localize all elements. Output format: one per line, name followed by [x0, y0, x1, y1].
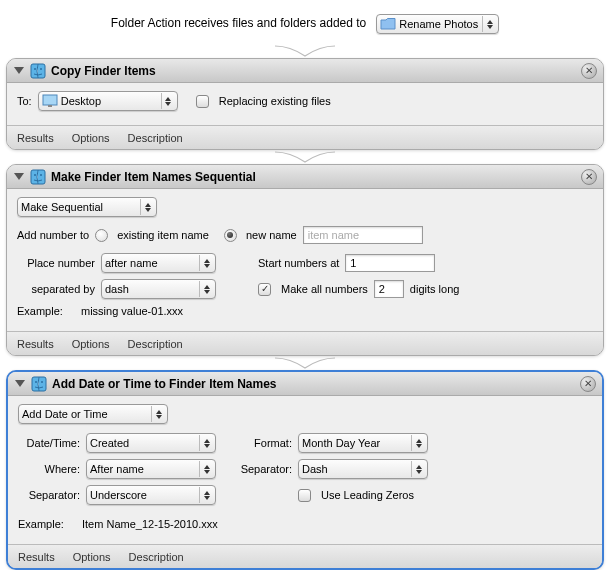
to-label: To:: [17, 95, 32, 107]
close-icon[interactable]: ✕: [581, 63, 597, 79]
make-all-post: digits long: [410, 283, 460, 295]
example-value: missing value-01.xxx: [81, 305, 183, 317]
folder-icon: [380, 17, 396, 31]
close-icon[interactable]: ✕: [581, 169, 597, 185]
where-popup[interactable]: After name: [86, 459, 216, 479]
disclosure-icon[interactable]: [13, 65, 25, 77]
action-title: Copy Finder Items: [51, 64, 576, 78]
desktop-icon: [42, 94, 58, 108]
digits-input[interactable]: [374, 280, 404, 298]
popup-arrows-icon: [199, 487, 213, 503]
popup-arrows-icon: [411, 435, 425, 451]
popup-arrows-icon: [411, 461, 425, 477]
replacing-label: Replacing existing files: [219, 95, 331, 107]
action-add-date-time: Add Date or Time to Finder Item Names ✕ …: [6, 370, 604, 570]
svg-rect-4: [48, 105, 52, 107]
start-numbers-input[interactable]: [345, 254, 435, 272]
format-label: Format:: [222, 437, 292, 449]
footer-options[interactable]: Options: [72, 338, 110, 350]
finder-icon: [30, 63, 46, 79]
popup-arrows-icon: [161, 93, 175, 109]
where-label: Where:: [18, 463, 80, 475]
datetime-popup[interactable]: Created: [86, 433, 216, 453]
action-header[interactable]: Copy Finder Items ✕: [7, 59, 603, 83]
svg-point-9: [35, 381, 37, 383]
datetime-label: Date/Time:: [18, 437, 80, 449]
place-number-popup[interactable]: after name: [101, 253, 216, 273]
action-make-sequential: Make Finder Item Names Sequential ✕ Make…: [6, 164, 604, 356]
popup-arrows-icon: [199, 255, 213, 271]
finder-icon: [30, 169, 46, 185]
svg-point-1: [34, 68, 36, 70]
start-numbers-label: Start numbers at: [258, 257, 339, 269]
place-number-label: Place number: [17, 257, 95, 269]
mode-popup[interactable]: Make Sequential: [17, 197, 157, 217]
popup-arrows-icon: [140, 199, 154, 215]
disclosure-icon[interactable]: [13, 171, 25, 183]
make-all-numbers-checkbox[interactable]: [258, 283, 271, 296]
popup-arrows-icon: [151, 406, 165, 422]
disclosure-icon[interactable]: [14, 378, 26, 390]
action-header[interactable]: Add Date or Time to Finder Item Names ✕: [8, 372, 602, 396]
destination-label: Desktop: [61, 95, 161, 107]
footer-results[interactable]: Results: [17, 338, 54, 350]
close-icon[interactable]: ✕: [580, 376, 596, 392]
separated-by-label: separated by: [17, 283, 95, 295]
action-title: Add Date or Time to Finder Item Names: [52, 377, 575, 391]
svg-point-6: [34, 174, 36, 176]
popup-arrows-icon: [199, 281, 213, 297]
svg-point-10: [41, 381, 43, 383]
add-number-label: Add number to: [17, 229, 89, 241]
footer-description[interactable]: Description: [128, 338, 183, 350]
svg-rect-3: [43, 95, 57, 105]
mode-label: Make Sequential: [21, 201, 140, 213]
svg-point-7: [40, 174, 42, 176]
footer-options[interactable]: Options: [72, 132, 110, 144]
popup-arrows-icon: [199, 435, 213, 451]
footer-description[interactable]: Description: [129, 551, 184, 563]
mode-label: Add Date or Time: [22, 408, 151, 420]
action-header[interactable]: Make Finder Item Names Sequential ✕: [7, 165, 603, 189]
replacing-checkbox[interactable]: [196, 95, 209, 108]
target-folder-label: Rename Photos: [399, 18, 482, 30]
separated-by-popup[interactable]: dash: [101, 279, 216, 299]
make-all-pre: Make all numbers: [281, 283, 368, 295]
mode-popup[interactable]: Add Date or Time: [18, 404, 168, 424]
popup-arrows-icon: [482, 16, 496, 32]
finder-icon: [31, 376, 47, 392]
folder-action-prefix: Folder Action receives files and folders…: [111, 16, 366, 30]
popup-arrows-icon: [199, 461, 213, 477]
footer-options[interactable]: Options: [73, 551, 111, 563]
format-popup[interactable]: Month Day Year: [298, 433, 428, 453]
separator1-label: Separator:: [222, 463, 292, 475]
example-value: Item Name_12-15-2010.xxx: [82, 518, 218, 530]
svg-point-2: [40, 68, 42, 70]
radio-new[interactable]: [224, 229, 237, 242]
example-label: Example:: [18, 518, 64, 530]
example-label: Example:: [17, 305, 63, 317]
footer-description[interactable]: Description: [128, 132, 183, 144]
separator2-label: Separator:: [18, 489, 80, 501]
footer-results[interactable]: Results: [17, 132, 54, 144]
radio-new-label: new name: [246, 229, 297, 241]
radio-existing[interactable]: [95, 229, 108, 242]
separator1-popup[interactable]: Dash: [298, 459, 428, 479]
action-copy-finder-items: Copy Finder Items ✕ To: Desktop Replacin…: [6, 58, 604, 150]
action-title: Make Finder Item Names Sequential: [51, 170, 576, 184]
new-name-input[interactable]: [303, 226, 423, 244]
separator2-popup[interactable]: Underscore: [86, 485, 216, 505]
footer-results[interactable]: Results: [18, 551, 55, 563]
radio-existing-label: existing item name: [117, 229, 209, 241]
leading-zeros-label: Use Leading Zeros: [321, 489, 414, 501]
leading-zeros-checkbox[interactable]: [298, 489, 311, 502]
target-folder-popup[interactable]: Rename Photos: [376, 14, 499, 34]
destination-popup[interactable]: Desktop: [38, 91, 178, 111]
